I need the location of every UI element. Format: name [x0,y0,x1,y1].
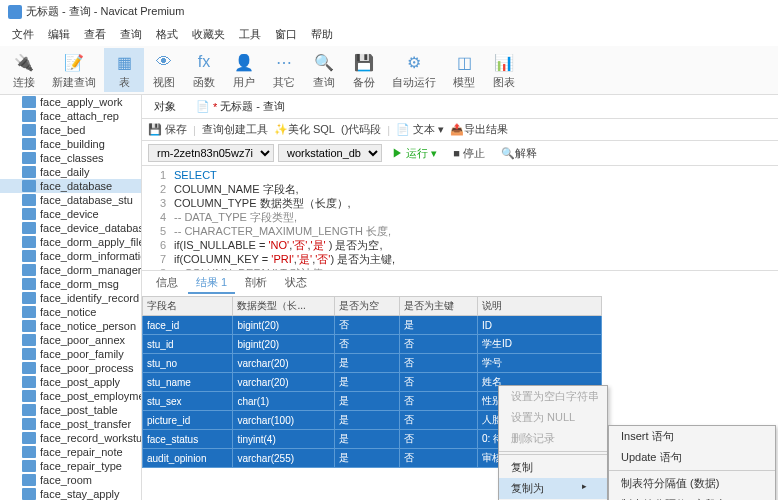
cell[interactable]: picture_id [143,411,233,430]
tree-item[interactable]: face_post_transfer [0,417,141,431]
column-header[interactable]: 字段名 [143,297,233,316]
query-builder-button[interactable]: 查询创建工具 [202,122,268,137]
cell[interactable]: stu_id [143,335,233,354]
menu-item[interactable]: 查看 [78,25,112,44]
menu-item[interactable]: 编辑 [42,25,76,44]
menu-item[interactable]: 格式 [150,25,184,44]
cell[interactable]: 学生ID [477,335,601,354]
snippet-button[interactable]: ()代码段 [341,122,381,137]
submenu-item[interactable]: 制表符分隔值 (数据) [609,473,775,494]
tree-item[interactable]: face_dorm_msg [0,277,141,291]
cell[interactable]: 否 [400,430,478,449]
tree-item[interactable]: face_post_employment [0,389,141,403]
result-tab[interactable]: 剖析 [237,273,275,294]
context-item[interactable]: 删除记录 [499,428,607,449]
result-tab[interactable]: 状态 [277,273,315,294]
tree-item[interactable]: face_notice [0,305,141,319]
toolbar-备份[interactable]: 💾备份 [344,48,384,92]
result-tab[interactable]: 结果 1 [188,273,235,294]
tree-item[interactable]: face_database [0,179,141,193]
tree-item[interactable]: face_device_database [0,221,141,235]
tree-item[interactable]: face_bed [0,123,141,137]
cell[interactable]: 学号 [477,354,601,373]
column-header[interactable]: 说明 [477,297,601,316]
submenu[interactable]: Insert 语句Update 语句制表符分隔值 (数据)制表符分隔值 (字段名… [608,425,776,500]
cell[interactable]: bigint(20) [233,335,335,354]
tree-item[interactable]: face_database_stu [0,193,141,207]
column-header[interactable]: 是否为主键 [400,297,478,316]
tree-item[interactable]: face_apply_work [0,95,141,109]
table-row[interactable]: stu_idbigint(20)否否学生ID [143,335,602,354]
connection-select[interactable]: rm-2zetn83n05wz7i [148,144,274,162]
tree-item[interactable]: face_classes [0,151,141,165]
submenu-item[interactable]: Update 语句 [609,447,775,468]
toolbar-图表[interactable]: 📊图表 [484,48,524,92]
tree-item[interactable]: face_dorm_information [0,249,141,263]
tree-item[interactable]: face_post_apply [0,375,141,389]
tree-item[interactable]: face_device [0,207,141,221]
toolbar-函数[interactable]: fx函数 [184,48,224,92]
cell[interactable]: char(1) [233,392,335,411]
cell[interactable]: audit_opinion [143,449,233,468]
menu-item[interactable]: 帮助 [305,25,339,44]
cell[interactable]: face_status [143,430,233,449]
explain-button[interactable]: 🔍解释 [495,145,543,162]
submenu-item[interactable]: Insert 语句 [609,426,775,447]
cell[interactable]: stu_name [143,373,233,392]
tree-item[interactable]: face_record_workstudy [0,431,141,445]
cell[interactable]: 是 [335,373,400,392]
tree-item[interactable]: face_poor_process [0,361,141,375]
toolbar-模型[interactable]: ◫模型 [444,48,484,92]
table-row[interactable]: face_idbigint(20)否是ID [143,316,602,335]
context-item[interactable]: 设置为空白字符串 [499,386,607,407]
submenu-item[interactable]: 制表符分隔值 (字段名) [609,494,775,500]
cell[interactable]: 否 [400,335,478,354]
tree-item[interactable]: face_dorm_manager [0,263,141,277]
cell[interactable]: stu_sex [143,392,233,411]
object-tree[interactable]: face_apply_workface_attach_repface_bedfa… [0,95,142,500]
cell[interactable]: varchar(20) [233,354,335,373]
tree-item[interactable]: face_poor_annex [0,333,141,347]
menu-item[interactable]: 查询 [114,25,148,44]
menu-item[interactable]: 工具 [233,25,267,44]
tree-item[interactable]: face_poor_family [0,347,141,361]
run-button[interactable]: ▶ 运行 ▾ [386,145,443,162]
toolbar-视图[interactable]: 👁视图 [144,48,184,92]
context-item[interactable]: 设置为 NULL [499,407,607,428]
cell[interactable]: 是 [335,411,400,430]
tree-item[interactable]: face_identify_record [0,291,141,305]
cell[interactable]: stu_no [143,354,233,373]
save-button[interactable]: 💾 保存 [148,122,187,137]
tree-item[interactable]: face_room [0,473,141,487]
cell[interactable]: bigint(20) [233,316,335,335]
toolbar-用户[interactable]: 👤用户 [224,48,264,92]
cell[interactable]: varchar(255) [233,449,335,468]
cell[interactable]: 否 [335,316,400,335]
cell[interactable]: tinyint(4) [233,430,335,449]
cell[interactable]: 否 [400,392,478,411]
menu-item[interactable]: 文件 [6,25,40,44]
cell[interactable]: face_id [143,316,233,335]
cell[interactable]: 否 [400,411,478,430]
menu-item[interactable]: 窗口 [269,25,303,44]
tree-item[interactable]: face_notice_person [0,319,141,333]
text-button[interactable]: 📄 文本 ▾ [396,122,444,137]
tree-item[interactable]: face_post_table [0,403,141,417]
tab-objects[interactable]: 对象 [148,97,182,116]
tree-item[interactable]: face_dorm_apply_file [0,235,141,249]
table-row[interactable]: stu_novarchar(20)是否学号 [143,354,602,373]
tree-item[interactable]: face_attach_rep [0,109,141,123]
column-header[interactable]: 数据类型（长... [233,297,335,316]
cell[interactable]: varchar(20) [233,373,335,392]
context-menu[interactable]: 设置为空白字符串设置为 NULL删除记录复制复制为粘贴显示 [498,385,608,500]
result-tab[interactable]: 信息 [148,273,186,294]
tree-item[interactable]: face_building [0,137,141,151]
cell[interactable]: 否 [400,373,478,392]
tree-item[interactable]: face_stay_apply [0,487,141,500]
export-button[interactable]: 📤导出结果 [450,122,508,137]
tree-item[interactable]: face_repair_type [0,459,141,473]
toolbar-其它[interactable]: ⋯其它 [264,48,304,92]
database-select[interactable]: workstation_db [278,144,382,162]
cell[interactable]: 是 [335,354,400,373]
cell[interactable]: 否 [400,354,478,373]
